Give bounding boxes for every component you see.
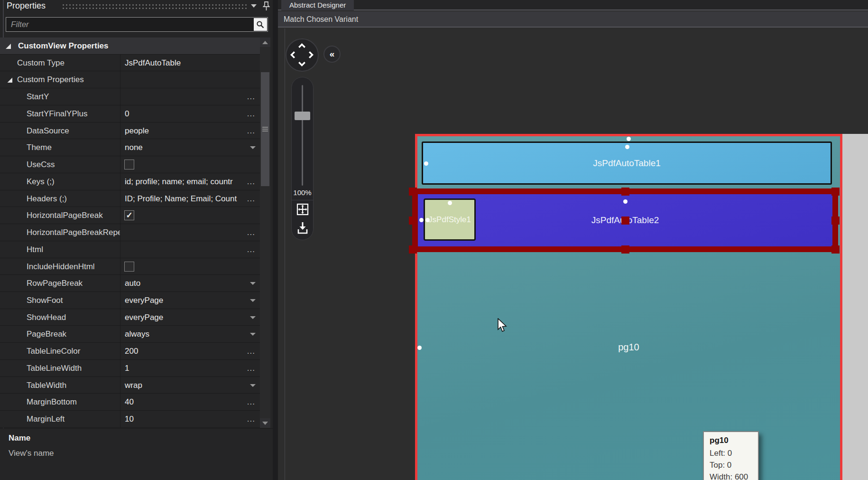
table1-top-dot[interactable] xyxy=(625,145,629,149)
property-value[interactable]: ID; Profile; Name; Email; Count... xyxy=(120,190,260,207)
property-row[interactable]: UseCss xyxy=(0,156,260,173)
ellipsis-editor-button[interactable]: ... xyxy=(247,224,255,241)
property-row[interactable]: PageBreakalways xyxy=(0,326,260,343)
property-row[interactable]: MarginLeft10... xyxy=(0,411,260,428)
property-value[interactable] xyxy=(120,156,260,173)
selection-handle-top-center[interactable] xyxy=(621,188,629,196)
ellipsis-editor-button[interactable]: ... xyxy=(247,343,255,359)
zoom-slider-thumb[interactable] xyxy=(295,112,310,120)
scroll-up-button[interactable] xyxy=(260,38,270,47)
scroll-down-button[interactable] xyxy=(260,418,270,428)
property-row[interactable]: RowPageBreakauto xyxy=(0,275,260,292)
table2-left-dot[interactable] xyxy=(419,218,424,222)
property-grid-scrollbar[interactable] xyxy=(260,38,270,428)
fit-to-view-button[interactable] xyxy=(292,203,313,216)
property-value[interactable] xyxy=(120,258,260,275)
property-row[interactable]: CustomView Properties xyxy=(0,38,260,55)
style1-top-dot[interactable] xyxy=(448,201,452,205)
selection-handle-bottom-left[interactable] xyxy=(409,245,417,254)
export-button[interactable] xyxy=(292,221,313,235)
property-row[interactable]: DataSourcepeople... xyxy=(0,122,260,140)
dropdown-arrow-icon[interactable] xyxy=(250,333,256,336)
selection-handle-bottom-right[interactable] xyxy=(831,245,840,254)
property-value[interactable]: 10... xyxy=(120,411,260,427)
ellipsis-editor-button[interactable]: ... xyxy=(247,394,255,410)
property-value[interactable]: 40... xyxy=(120,394,260,410)
dropdown-arrow-icon[interactable] xyxy=(250,316,256,319)
pan-right-icon[interactable] xyxy=(306,51,314,59)
selection-handle-mid-right[interactable] xyxy=(831,216,840,225)
ellipsis-editor-button[interactable]: ... xyxy=(247,411,255,427)
dropdown-arrow-icon[interactable] xyxy=(250,299,256,302)
pan-control[interactable] xyxy=(286,38,319,72)
ellipsis-editor-button[interactable]: ... xyxy=(247,122,255,139)
property-value[interactable]: auto xyxy=(120,275,260,292)
property-row[interactable]: StartY... xyxy=(0,88,260,105)
pin-icon[interactable] xyxy=(262,1,271,13)
selection-handle-bottom-center[interactable] xyxy=(621,245,629,254)
filter-input[interactable] xyxy=(6,18,268,31)
ellipsis-editor-button[interactable]: ... xyxy=(247,105,255,122)
property-value[interactable]: 1... xyxy=(120,360,260,376)
expander-triangle-icon[interactable] xyxy=(6,44,11,49)
selection-handle-top-right[interactable] xyxy=(831,188,840,196)
zoom-slider-track[interactable] xyxy=(302,85,303,186)
search-button[interactable] xyxy=(254,18,267,31)
ellipsis-editor-button[interactable]: ... xyxy=(247,173,255,190)
ellipsis-editor-button[interactable]: ... xyxy=(247,88,255,105)
property-row[interactable]: Themenone xyxy=(0,139,260,156)
property-value[interactable]: 0... xyxy=(120,105,260,122)
property-value[interactable]: none xyxy=(120,139,260,156)
property-row[interactable]: Html... xyxy=(0,241,260,258)
property-row[interactable]: IncludeHiddenHtml xyxy=(0,258,260,275)
property-value[interactable]: ... xyxy=(120,224,260,241)
dropdown-arrow-icon[interactable] xyxy=(250,282,256,285)
property-value[interactable]: always xyxy=(120,326,260,342)
design-page-pg10[interactable] xyxy=(415,134,842,480)
property-row[interactable]: MarginBottom40... xyxy=(0,394,260,411)
property-value[interactable]: people... xyxy=(120,122,260,139)
ellipsis-editor-button[interactable]: ... xyxy=(247,190,255,207)
property-row[interactable]: ShowHeadeveryPage xyxy=(0,309,260,326)
property-row[interactable]: Custom Properties xyxy=(0,71,260,88)
property-row[interactable]: StartYFinalYPlus0... xyxy=(0,105,260,122)
pan-left-icon[interactable] xyxy=(290,51,298,59)
panel-menu-chevron-icon[interactable] xyxy=(251,4,257,8)
property-value[interactable]: wrap xyxy=(120,377,260,394)
checkbox-unchecked[interactable] xyxy=(124,160,134,169)
property-value[interactable] xyxy=(120,71,260,88)
property-value[interactable]: everyPage xyxy=(120,292,260,309)
dropdown-arrow-icon[interactable] xyxy=(250,384,256,387)
property-row[interactable]: Keys (;)id; profile; name; email; countr… xyxy=(0,173,260,190)
pan-up-icon[interactable] xyxy=(298,43,306,51)
property-value[interactable]: ✓ xyxy=(120,207,260,224)
property-value[interactable]: ... xyxy=(120,241,260,258)
selection-handle-center[interactable] xyxy=(621,216,629,225)
table1-left-dot[interactable] xyxy=(424,161,428,166)
ellipsis-editor-button[interactable]: ... xyxy=(247,360,255,376)
collapse-toolbox-button[interactable]: « xyxy=(323,46,341,63)
page-top-dot[interactable] xyxy=(627,137,631,141)
selection-handle-top-left[interactable] xyxy=(409,188,417,196)
property-row[interactable]: TableWidthwrap xyxy=(0,377,260,394)
property-row[interactable]: TableLineColor200... xyxy=(0,343,260,360)
checkbox-checked[interactable]: ✓ xyxy=(124,210,134,220)
property-value[interactable]: JsPdfAutoTable xyxy=(120,55,260,71)
expander-triangle-icon[interactable] xyxy=(7,77,12,83)
style1-left-dot[interactable] xyxy=(425,218,430,222)
checkbox-unchecked[interactable] xyxy=(124,262,134,272)
dropdown-arrow-icon[interactable] xyxy=(250,146,256,149)
page-left-dot[interactable] xyxy=(417,346,422,350)
selection-handle-mid-left[interactable] xyxy=(409,216,417,225)
table2-top-dot[interactable] xyxy=(623,199,628,204)
tab-abstract-designer[interactable]: Abstract Designer xyxy=(281,0,354,10)
scrollbar-thumb[interactable] xyxy=(261,72,269,186)
property-value[interactable]: ... xyxy=(120,88,260,105)
property-row[interactable]: Custom TypeJsPdfAutoTable xyxy=(0,55,260,72)
match-chosen-variant-label[interactable]: Match Chosen Variant xyxy=(284,11,358,27)
property-row[interactable]: TableLineWidth1... xyxy=(0,360,260,377)
panel-splitter[interactable] xyxy=(273,0,278,480)
property-row[interactable]: ShowFooteveryPage xyxy=(0,292,260,309)
ellipsis-editor-button[interactable]: ... xyxy=(247,241,255,258)
property-row[interactable]: HorizontalPageBreakRepe...... xyxy=(0,224,260,241)
